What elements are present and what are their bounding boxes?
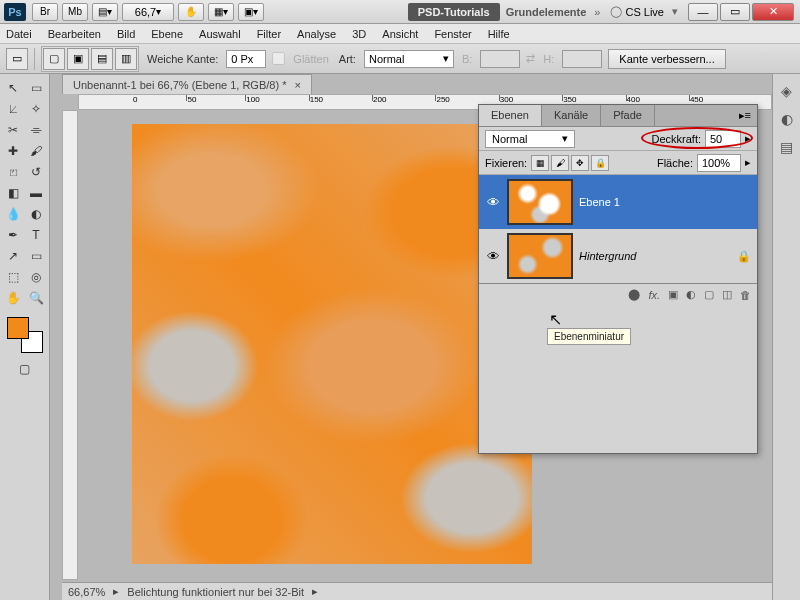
workspace-psd-tutorials[interactable]: PSD-Tutorials	[408, 3, 500, 21]
pen-tool[interactable]: ✒	[2, 225, 24, 245]
layer-item[interactable]: 👁 Ebene 1	[479, 175, 757, 229]
status-arrow-icon[interactable]: ▸	[312, 585, 318, 598]
workspace-grundelemente[interactable]: Grundelemente	[506, 6, 587, 18]
history-brush-tool[interactable]: ↺	[25, 162, 47, 182]
menu-bearbeiten[interactable]: Bearbeiten	[48, 28, 101, 40]
menu-auswahl[interactable]: Auswahl	[199, 28, 241, 40]
hand-tool[interactable]: ✋	[2, 288, 24, 308]
layers-panel-icon[interactable]: ◈	[777, 82, 797, 100]
blend-mode-select[interactable]: Normal▾	[485, 130, 575, 148]
tab-pfade[interactable]: Pfade	[601, 105, 655, 126]
3d-tool[interactable]: ⬚	[2, 267, 24, 287]
bridge-button[interactable]: Br	[32, 3, 58, 21]
quickmask-button[interactable]: ▢	[14, 359, 36, 379]
opacity-slider-icon[interactable]: ▸	[745, 132, 751, 145]
layer-name[interactable]: Ebene 1	[579, 196, 751, 208]
zoom-level-combo[interactable]: 66,7 ▾	[122, 3, 174, 21]
adjustments-panel-icon[interactable]: ◐	[777, 110, 797, 128]
link-layers-button[interactable]: ⬤	[628, 288, 640, 301]
chevron-double-right-icon[interactable]: »	[594, 6, 600, 18]
group-button[interactable]: ▢	[704, 288, 714, 301]
minibridge-button[interactable]: Mb	[62, 3, 88, 21]
menu-bild[interactable]: Bild	[117, 28, 135, 40]
3d-camera-tool[interactable]: ◎	[25, 267, 47, 287]
delete-layer-button[interactable]: 🗑	[740, 289, 751, 301]
new-layer-button[interactable]: ◫	[722, 288, 732, 301]
menu-hilfe[interactable]: Hilfe	[488, 28, 510, 40]
toolbox: ↖▭ ⟀✧ ✂⌯ ✚🖌 ⏍↺ ◧▬ 💧◐ ✒T ↗▭ ⬚◎ ✋🔍 ▢	[0, 74, 50, 600]
shape-tool[interactable]: ▭	[25, 246, 47, 266]
options-bar: ▭ ▢ ▣ ▤ ▥ Weiche Kante: 0 Px Glätten Art…	[0, 44, 800, 74]
menu-filter[interactable]: Filter	[257, 28, 281, 40]
menu-analyse[interactable]: Analyse	[297, 28, 336, 40]
minimize-button[interactable]: —	[688, 3, 718, 21]
fill-slider-icon[interactable]: ▸	[745, 156, 751, 169]
dodge-tool[interactable]: ◐	[25, 204, 47, 224]
chevron-down-icon[interactable]: ▾	[672, 5, 678, 18]
gradient-tool[interactable]: ▬	[25, 183, 47, 203]
status-zoom[interactable]: 66,67%	[68, 586, 105, 598]
menu-datei[interactable]: Datei	[6, 28, 32, 40]
status-info-icon[interactable]: ▸	[113, 585, 119, 598]
arrange-button[interactable]: ▦▾	[208, 3, 234, 21]
lasso-tool[interactable]: ⟀	[2, 99, 24, 119]
lock-position-button[interactable]: ✥	[571, 155, 589, 171]
adjustment-layer-button[interactable]: ◐	[686, 288, 696, 301]
subtract-selection-button[interactable]: ▤	[91, 48, 113, 70]
document-tab[interactable]: Unbenannt-1 bei 66,7% (Ebene 1, RGB/8) *…	[62, 74, 312, 94]
refine-edge-button[interactable]: Kante verbessern...	[608, 49, 725, 69]
path-select-tool[interactable]: ↗	[2, 246, 24, 266]
view-extras-button[interactable]: ▤▾	[92, 3, 118, 21]
lock-label: Fixieren:	[485, 157, 527, 169]
layer-item[interactable]: 👁 Hintergrund 🔒	[479, 229, 757, 283]
layer-thumbnail[interactable]	[507, 233, 573, 279]
blur-tool[interactable]: 💧	[2, 204, 24, 224]
add-selection-button[interactable]: ▣	[67, 48, 89, 70]
maximize-button[interactable]: ▭	[720, 3, 750, 21]
foreground-color-swatch[interactable]	[7, 317, 29, 339]
layer-style-button[interactable]: fx.	[648, 289, 660, 301]
menu-ebene[interactable]: Ebene	[151, 28, 183, 40]
visibility-toggle[interactable]: 👁	[485, 195, 501, 210]
zoom-tool[interactable]: 🔍	[25, 288, 47, 308]
crop-tool[interactable]: ✂	[2, 120, 24, 140]
hand-tool-button[interactable]: ✋	[178, 3, 204, 21]
stamp-tool[interactable]: ⏍	[2, 162, 24, 182]
fill-input[interactable]: 100%	[697, 154, 741, 172]
new-selection-button[interactable]: ▢	[43, 48, 65, 70]
menu-3d[interactable]: 3D	[352, 28, 366, 40]
menu-fenster[interactable]: Fenster	[434, 28, 471, 40]
layer-mask-button[interactable]: ▣	[668, 288, 678, 301]
magic-wand-tool[interactable]: ✧	[25, 99, 47, 119]
layers-list: 👁 Ebene 1 👁 Hintergrund 🔒	[479, 175, 757, 283]
feather-input[interactable]: 0 Px	[226, 50, 266, 68]
lock-image-button[interactable]: 🖌	[551, 155, 569, 171]
lock-all-button[interactable]: 🔒	[591, 155, 609, 171]
canvas[interactable]	[132, 124, 532, 564]
cslive-button[interactable]: CS Live	[625, 6, 664, 18]
menu-ansicht[interactable]: Ansicht	[382, 28, 418, 40]
brush-tool[interactable]: 🖌	[25, 141, 47, 161]
styles-panel-icon[interactable]: ▤	[777, 138, 797, 156]
style-select[interactable]: Normal▾	[364, 50, 454, 68]
marquee-tool[interactable]: ▭	[25, 78, 47, 98]
tooltip: Ebenenminiatur	[547, 328, 631, 345]
panel-menu-icon[interactable]: ▸≡	[733, 105, 757, 126]
tab-ebenen[interactable]: Ebenen	[479, 105, 542, 126]
close-button[interactable]: ✕	[752, 3, 794, 21]
intersect-selection-button[interactable]: ▥	[115, 48, 137, 70]
layer-name[interactable]: Hintergrund	[579, 250, 731, 262]
type-tool[interactable]: T	[25, 225, 47, 245]
lock-transparent-button[interactable]: ▦	[531, 155, 549, 171]
eraser-tool[interactable]: ◧	[2, 183, 24, 203]
tab-kanaele[interactable]: Kanäle	[542, 105, 601, 126]
layer-thumbnail[interactable]	[507, 179, 573, 225]
visibility-toggle[interactable]: 👁	[485, 249, 501, 264]
screenmode-button[interactable]: ▣▾	[238, 3, 264, 21]
opacity-input[interactable]: 50	[705, 130, 741, 148]
move-tool[interactable]: ↖	[2, 78, 24, 98]
tool-preset-button[interactable]: ▭	[6, 48, 28, 70]
close-tab-icon[interactable]: ×	[294, 79, 300, 91]
eyedropper-tool[interactable]: ⌯	[25, 120, 47, 140]
healing-tool[interactable]: ✚	[2, 141, 24, 161]
